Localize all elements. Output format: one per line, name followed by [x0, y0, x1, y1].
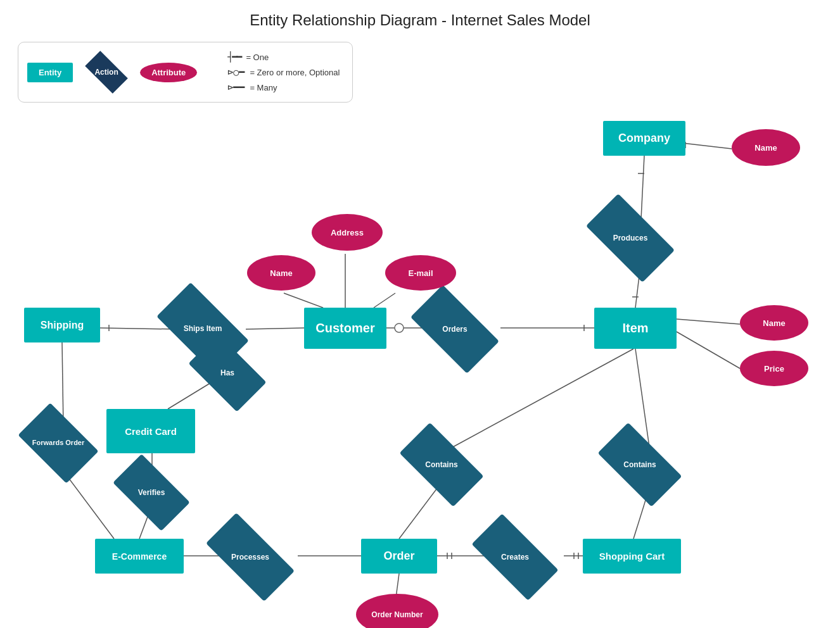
legend-rule-one: ┤━━ = One	[227, 51, 340, 63]
diamond-ships-item: Ships Item	[162, 305, 244, 353]
entity-shopping-cart: Shopping Cart	[583, 539, 681, 574]
entity-shipping: Shipping	[24, 308, 100, 342]
entity-customer: Customer	[304, 308, 386, 349]
attribute-company-name: Name	[732, 129, 800, 166]
attribute-order-number: Order Number	[356, 594, 438, 628]
svg-line-7	[677, 332, 740, 368]
legend-items: Entity Action Attribute	[27, 60, 197, 85]
entity-order: Order	[361, 539, 437, 574]
attribute-item-name: Name	[740, 305, 808, 341]
svg-line-2	[641, 156, 644, 219]
diamond-creates: Creates	[475, 536, 555, 579]
legend-attribute: Attribute	[140, 63, 197, 82]
attribute-cust-name: Name	[247, 255, 315, 291]
diamond-contains2: Contains	[602, 443, 678, 486]
diamond-forwards-order: Forwards Order	[24, 420, 92, 466]
svg-line-13	[246, 328, 304, 329]
entity-item: Item	[594, 308, 677, 349]
svg-line-6	[677, 319, 740, 324]
entity-ecommerce: E-Commerce	[95, 539, 184, 574]
page-title: Entity Relationship Diagram - Internet S…	[0, 0, 840, 35]
legend: Entity Action Attribute ┤━━ = One ⊳○━ = …	[18, 42, 353, 103]
svg-point-15	[395, 323, 404, 332]
attribute-address: Address	[312, 214, 383, 251]
legend-rules: ┤━━ = One ⊳○━ = Zero or more, Optional ⊳…	[227, 51, 340, 93]
diagram-area: Entity Action Attribute ┤━━ = One ⊳○━ = …	[0, 35, 840, 628]
diamond-produces: Produces	[590, 215, 670, 261]
legend-action: Action	[84, 60, 129, 85]
legend-entity: Entity	[27, 63, 73, 82]
entity-credit-card: Credit Card	[106, 409, 195, 453]
entity-company: Company	[603, 121, 685, 156]
attribute-email: E-mail	[385, 255, 456, 291]
diamond-contains1: Contains	[404, 443, 480, 486]
svg-line-21	[63, 471, 114, 539]
diamond-processes: Processes	[209, 536, 291, 579]
svg-line-10	[374, 293, 395, 308]
diamond-has: Has	[193, 352, 262, 394]
svg-line-35	[453, 349, 633, 447]
legend-rule-many: ⊳━━ = Many	[227, 82, 340, 93]
diamond-verifies: Verifies	[117, 472, 186, 513]
legend-rule-zero-more: ⊳○━ = Zero or more, Optional	[227, 66, 340, 78]
svg-line-9	[284, 293, 323, 308]
diamond-orders: Orders	[415, 306, 495, 352]
attribute-price: Price	[740, 351, 808, 386]
svg-line-20	[62, 342, 63, 427]
